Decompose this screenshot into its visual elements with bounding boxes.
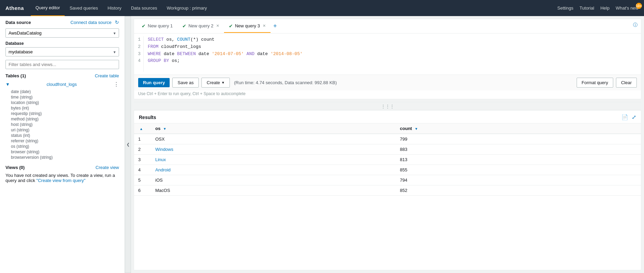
settings-link[interactable]: Settings xyxy=(557,5,574,11)
th-count: count ▼ xyxy=(396,124,641,134)
filter-section xyxy=(0,58,124,70)
tab-new-query-3[interactable]: ✔ New query 3 ✕ xyxy=(224,20,271,33)
tab-close-3[interactable]: ✕ xyxy=(263,24,266,28)
cell-count-1: 799 xyxy=(396,134,641,144)
panel-resizer[interactable]: ⋮⋮⋮ xyxy=(134,102,641,110)
tables-title[interactable]: Tables (1) xyxy=(5,73,26,78)
views-title[interactable]: Views (0) xyxy=(5,165,25,170)
create-view-link[interactable]: Create view xyxy=(95,165,119,170)
views-header: Views (0) Create view xyxy=(0,161,124,171)
line-num-4: 4 xyxy=(137,57,141,65)
nav-right: Settings Tutorial Help What's new 10+ xyxy=(557,5,639,11)
nav-item-query-editor[interactable]: Query editor xyxy=(31,0,65,16)
code-line-2: FROM cloudfront_logs xyxy=(148,43,637,51)
column-requestip: requestip (string) xyxy=(11,111,119,116)
tab-status-ok-1: ✔ xyxy=(142,23,146,29)
tab-bar: ✔ New query 1 ✔ New query 2 ✕ ✔ New quer… xyxy=(134,19,641,34)
code-editor[interactable]: 1 2 3 4 SELECT os, COUNT(*) count FROM c… xyxy=(134,34,641,75)
results-table-wrapper: ▲ os ▼ count ▼ 1 xyxy=(134,124,641,270)
create-view-from-query-link[interactable]: "Create view from query" xyxy=(36,178,86,183)
table-name-label[interactable]: cloudfront_logs xyxy=(47,82,77,87)
tab-close-2[interactable]: ✕ xyxy=(216,24,219,28)
cell-os-2[interactable]: Windows xyxy=(151,144,396,155)
editor-area: ⓘ ✔ New query 1 ✔ New query 2 ✕ ✔ New qu… xyxy=(134,19,641,99)
nav-item-data-sources[interactable]: Data sources xyxy=(126,0,162,16)
table-row: 2 Windows 883 xyxy=(134,144,641,155)
data-source-select-wrapper: AwsDataCatalog xyxy=(5,28,119,38)
table-row: 1 OSX 799 xyxy=(134,134,641,144)
results-area: Results 📄 ⤢ ▲ os ▼ xyxy=(134,110,641,270)
format-query-button[interactable]: Format query xyxy=(577,78,613,88)
column-uri: uri (string) xyxy=(11,127,119,133)
sort-icon-num[interactable]: ▲ xyxy=(140,127,143,131)
save-as-button[interactable]: Save as xyxy=(172,78,199,88)
column-host: host (string) xyxy=(11,122,119,127)
database-select[interactable]: mydatabase xyxy=(5,47,119,56)
clear-button[interactable]: Clear xyxy=(616,78,637,88)
brand-logo: Athena xyxy=(5,5,24,11)
sort-icon-os[interactable]: ▼ xyxy=(163,127,167,131)
sort-icon-count[interactable]: ▼ xyxy=(415,127,418,131)
create-button[interactable]: Create ▼ xyxy=(201,78,230,88)
cell-os-6: MacOS xyxy=(151,185,396,196)
column-status: status (int) xyxy=(11,133,119,138)
cell-num-5: 5 xyxy=(134,175,151,185)
data-source-select[interactable]: AwsDataCatalog xyxy=(5,28,119,38)
editor-toolbar: Run query Save as Create ▼ (Run time: 4.… xyxy=(134,75,641,90)
tab-new-query-2[interactable]: ✔ New query 2 ✕ xyxy=(178,20,224,33)
create-table-link[interactable]: Create table xyxy=(95,73,119,78)
whats-new-link[interactable]: What's new 10+ xyxy=(616,5,639,11)
column-list: date (date) time (string) location (stri… xyxy=(5,88,119,161)
database-section: Database mydatabase xyxy=(0,39,124,58)
nav-item-workgroup[interactable]: Workgroup : primary xyxy=(162,0,212,16)
results-header: Results 📄 ⤢ xyxy=(134,110,641,124)
column-os: os (string) xyxy=(11,144,119,149)
cell-num-6: 6 xyxy=(134,185,151,196)
cell-os-1: OSX xyxy=(151,134,396,144)
table-header-row: ▲ os ▼ count ▼ xyxy=(134,124,641,134)
line-num-1: 1 xyxy=(137,36,141,43)
nav-item-history[interactable]: History xyxy=(103,0,126,16)
expand-icon[interactable]: ⤢ xyxy=(632,114,636,120)
table-row: 3 Linux 813 xyxy=(134,155,641,165)
expand-icon: ▼ xyxy=(5,82,10,87)
line-num-2: 2 xyxy=(137,43,141,51)
table-cloudfront-logs: ▼ cloudfront_logs ⋮ date (date) time (st… xyxy=(0,80,124,161)
results-icons: 📄 ⤢ xyxy=(621,114,636,120)
cell-count-6: 852 xyxy=(396,185,641,196)
data-source-title: Data source xyxy=(5,20,31,25)
help-link[interactable]: Help xyxy=(600,5,609,11)
connect-data-source-link[interactable]: Connect data source xyxy=(70,20,111,25)
info-icon[interactable]: ⓘ xyxy=(633,22,638,28)
sidebar: Data source Connect data source ↻ AwsDat… xyxy=(0,16,125,273)
database-label: Database xyxy=(5,41,119,46)
tab-label-2: New query 2 xyxy=(188,23,213,28)
nav-item-saved-queries[interactable]: Saved queries xyxy=(65,0,103,16)
tab-new-query-1[interactable]: ✔ New query 1 xyxy=(137,20,178,33)
download-icon[interactable]: 📄 xyxy=(621,114,628,120)
add-tab-button[interactable]: + xyxy=(271,19,280,33)
filter-input[interactable] xyxy=(5,60,119,69)
th-num: ▲ xyxy=(134,124,151,134)
column-time: time (string) xyxy=(11,94,119,100)
tab-status-ok-3: ✔ xyxy=(229,23,233,29)
th-os: os ▼ xyxy=(151,124,396,134)
run-query-button[interactable]: Run query xyxy=(138,78,170,87)
tutorial-link[interactable]: Tutorial xyxy=(580,5,594,11)
cell-os-3[interactable]: Linux xyxy=(151,155,396,165)
cell-count-3: 813 xyxy=(396,155,641,165)
code-line-3: WHERE date BETWEEN date '2014-07-05' AND… xyxy=(148,51,637,58)
nav-items: Query editor Saved queries History Data … xyxy=(31,0,557,16)
notification-badge: 10+ xyxy=(636,3,642,9)
line-numbers: 1 2 3 4 xyxy=(134,36,144,72)
editor-hint: Use Ctrl + Enter to run query, Ctrl + Sp… xyxy=(134,90,641,99)
column-date: date (date) xyxy=(11,89,119,94)
refresh-icon[interactable]: ↻ xyxy=(115,20,119,25)
code-content[interactable]: SELECT os, COUNT(*) count FROM cloudfron… xyxy=(144,36,641,72)
column-browser: browser (string) xyxy=(11,149,119,155)
sidebar-collapse-button[interactable]: ❮ xyxy=(125,16,131,273)
cell-os-4[interactable]: Android xyxy=(151,165,396,175)
create-chevron-icon: ▼ xyxy=(221,81,225,84)
cell-count-2: 883 xyxy=(396,144,641,155)
table-more-icon[interactable]: ⋮ xyxy=(114,81,119,88)
